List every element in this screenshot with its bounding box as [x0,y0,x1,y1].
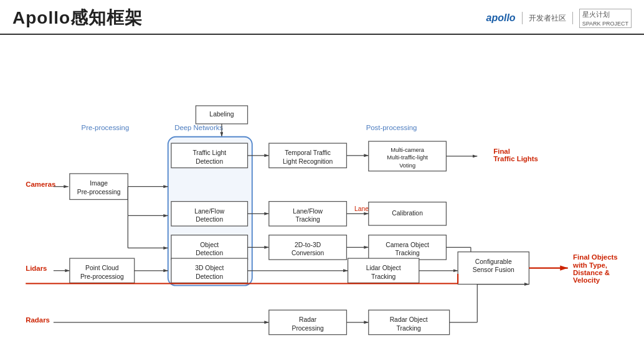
temporal-traffic-label1: Temporal Traffic [285,149,331,156]
radars-label: Radars [26,316,50,324]
labeling-label: Labeling [209,111,234,118]
lidar-object-tracking-label1: Lidar Object [366,265,401,271]
diagram-area: Pre-processing Deep Networks Post-proces… [0,35,644,338]
header: Apollo感知框架 apollo 开发者社区 星火计划 SPARK PROJE… [0,0,644,35]
point-cloud-label1: Point Cloud [85,265,119,271]
final-objects-label1: Final Objects [573,253,618,261]
radar-object-tracking-label2: Tracking [396,325,421,332]
radar-processing-label1: Radar [299,316,317,323]
lane-label: Lane [354,205,369,212]
radar-processing-label2: Processing [291,325,324,332]
lane-flow-tracking-label2: Tracking [295,216,320,223]
lidars-label: Lidars [26,265,47,272]
page-title: Apollo感知框架 [12,6,143,30]
image-preprocessing-label: Image [90,180,108,187]
page-wrapper: Apollo感知框架 apollo 开发者社区 星火计划 SPARK PROJE… [0,0,644,338]
camera-object-tracking-label1: Camera Object [386,242,429,248]
point-cloud-label2: Pre-processiog [80,273,124,280]
traffic-light-label1: Traffic Light [192,149,226,156]
conversion-label2: Conversion [291,250,324,256]
spark-label: 星火计划 SPARK PROJECT [579,9,632,28]
lane-flow-label2: Detection [196,216,223,223]
multicamera-label2: Multi-traffic-light [387,154,428,161]
preprocessing-label: Pre-processing [82,124,130,131]
conversion-label1: 2D-to-3D [295,242,321,248]
apollo-logo: apollo [486,12,516,24]
final-traffic-lights-label1: Final [493,148,510,155]
diagram-svg: Pre-processing Deep Networks Post-proces… [5,40,639,338]
divider2 [572,12,573,24]
temporal-traffic-label2: Light Recognition [283,158,333,165]
final-traffic-lights-label2: Traffic Lights [493,155,538,162]
final-objects-label2: with Type, [572,261,607,269]
cameras-label: Cameras [26,181,55,188]
lidar-object-tracking-label2: Tracking [371,273,396,280]
deep-networks-label: Deep Networks [174,124,223,131]
multicamera-label3: Voting [399,162,415,169]
object-detection-3d-label2: Detection [196,273,223,280]
lane-flow-label1: Lane/Flow [194,208,224,215]
image-preprocessing-label2: Pre-processing [77,189,121,195]
header-right: apollo 开发者社区 星火计划 SPARK PROJECT [486,9,632,28]
radar-object-tracking-label1: Radar Object [390,316,428,323]
final-objects-label4: Velocity [573,276,600,284]
object-detection-label1: Object [200,242,219,248]
camera-object-tracking-label2: Tracking [395,250,420,256]
object-detection-3d-label1: 3D Object [195,265,224,271]
object-detection-label2: Detection [196,250,223,256]
csf-label2: Sensor Fusion [473,266,514,273]
traffic-light-label2: Detection [196,158,223,165]
community-label: 开发者社区 [529,13,566,24]
csf-label1: Configurable [475,258,512,265]
postprocessing-label: Post-processing [366,124,417,131]
multicamera-label1: Multi-camera [391,147,425,153]
lane-flow-tracking-label1: Lane/Flow [293,208,323,215]
calibration-label: Calibration [392,210,423,217]
divider [522,12,523,24]
final-objects-label3: Distance & [573,269,610,276]
